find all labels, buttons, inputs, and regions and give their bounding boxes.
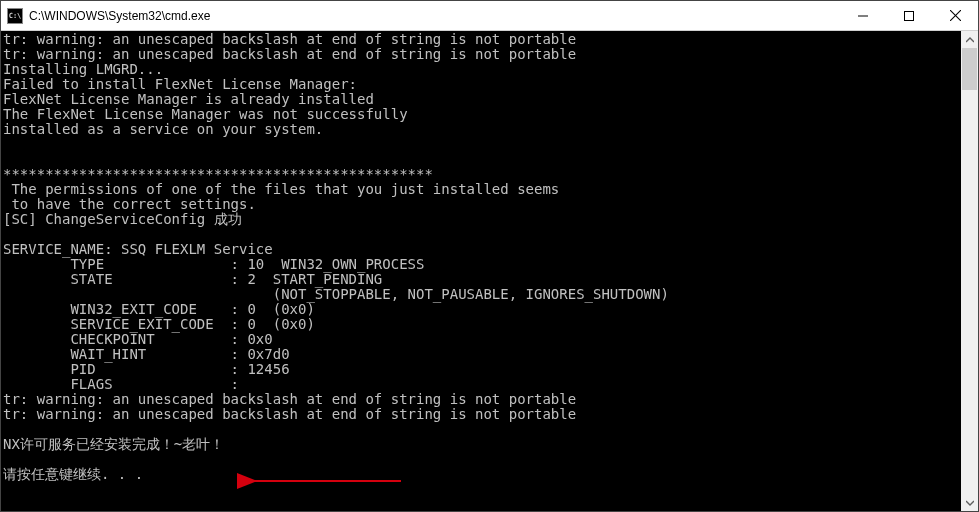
window-titlebar: C:\ C:\WINDOWS\System32\cmd.exe bbox=[1, 1, 978, 31]
chevron-down-icon bbox=[966, 499, 974, 507]
maximize-button[interactable] bbox=[886, 1, 932, 30]
chevron-up-icon bbox=[966, 36, 974, 44]
maximize-icon bbox=[904, 11, 914, 21]
minimize-button[interactable] bbox=[840, 1, 886, 30]
scroll-thumb[interactable] bbox=[962, 48, 977, 90]
vertical-scrollbar[interactable] bbox=[961, 31, 978, 511]
console-area: tr: warning: an unescaped backslash at e… bbox=[1, 31, 978, 511]
minimize-icon bbox=[858, 11, 868, 21]
scroll-track[interactable] bbox=[961, 48, 978, 494]
svg-rect-1 bbox=[905, 11, 914, 20]
window-title: C:\WINDOWS\System32\cmd.exe bbox=[29, 9, 840, 23]
console-output[interactable]: tr: warning: an unescaped backslash at e… bbox=[1, 31, 961, 511]
window-controls bbox=[840, 1, 978, 30]
cmd-icon: C:\ bbox=[7, 8, 23, 24]
scroll-up-button[interactable] bbox=[961, 31, 978, 48]
scroll-down-button[interactable] bbox=[961, 494, 978, 511]
close-icon bbox=[950, 10, 961, 21]
close-button[interactable] bbox=[932, 1, 978, 30]
